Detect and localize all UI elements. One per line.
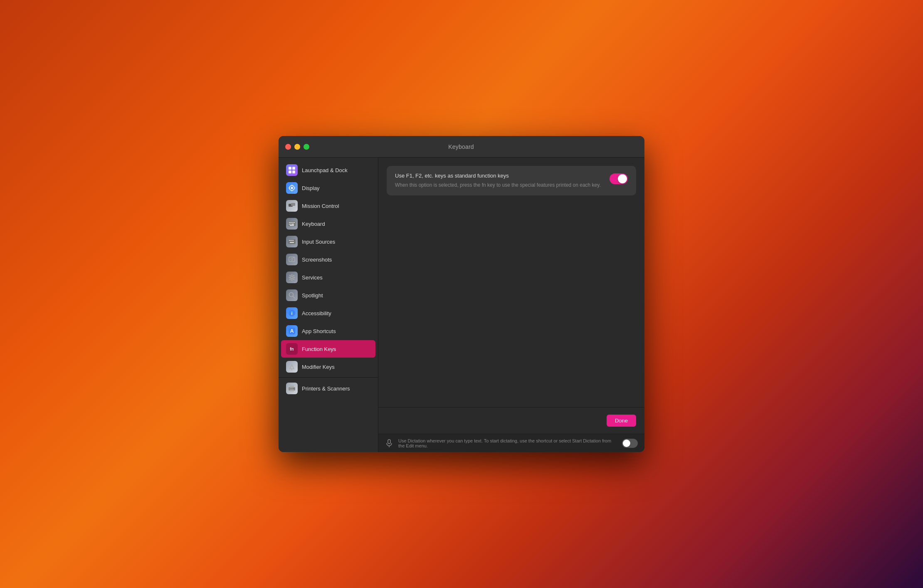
sidebar-item-keyboard[interactable]: Keyboard [281,215,375,232]
dictation-description: Use Dictation wherever you can type text… [398,438,617,448]
sidebar-item-label: Input Sources [302,239,335,245]
minimize-button[interactable] [294,144,300,150]
main-content: Use F1, F2, etc. keys as standard functi… [378,158,644,407]
svg-rect-2 [289,170,291,173]
screenshots-icon [286,254,298,265]
sidebar-item-label: Printers & Scanners [302,385,350,392]
sidebar-item-screenshots[interactable]: Screenshots [281,251,375,268]
svg-rect-1 [292,167,295,170]
sidebar-item-label: Keyboard [302,221,325,227]
launchpad-dock-icon [286,164,298,176]
toggle-knob [618,174,627,183]
sidebar-item-label: Spotlight [302,292,323,299]
accessibility-icon: i [286,307,298,319]
sidebar-item-accessibility[interactable]: i Accessibility [281,304,375,322]
svg-rect-13 [289,222,290,223]
svg-point-36 [289,275,291,276]
svg-rect-51 [294,388,294,389]
keyboard-icon [286,218,298,230]
svg-rect-18 [289,224,290,225]
sidebar-item-label: Display [302,185,320,191]
done-button[interactable]: Done [607,415,636,427]
app-shortcuts-icon: A [286,325,298,337]
input-sources-icon [286,236,298,247]
svg-rect-3 [292,170,295,173]
modifier-keys-icon [286,361,298,373]
sidebar-item-label: Screenshots [302,257,332,263]
svg-rect-23 [289,240,290,241]
sidebar-item-services[interactable]: Services [281,269,375,286]
traffic-lights [285,144,309,150]
bottom-action-bar: Done [378,407,644,434]
sidebar-item-app-shortcuts[interactable]: A App Shortcuts [281,322,375,340]
svg-rect-22 [288,239,296,244]
sidebar-item-label: Modifier Keys [302,364,335,370]
svg-rect-24 [290,240,291,241]
fn-card-title: Use F1, F2, etc. keys as standard functi… [395,173,603,179]
svg-point-35 [294,277,295,278]
svg-point-5 [291,187,293,189]
svg-rect-17 [294,222,295,223]
svg-point-34 [289,277,290,278]
mission-control-icon [286,200,298,212]
sidebar-item-spotlight[interactable]: Spotlight [281,287,375,304]
svg-rect-15 [291,222,292,223]
svg-rect-30 [293,257,294,258]
svg-line-41 [293,296,295,299]
close-button[interactable] [285,144,291,150]
maximize-button[interactable] [304,144,309,150]
window-title: Keyboard [309,143,613,150]
microphone-icon [385,439,393,447]
sidebar-bottom-section: Printers & Scanners [279,377,378,397]
svg-rect-0 [289,167,291,170]
printers-scanners-icon [286,383,298,394]
main-panel: Use F1, F2, etc. keys as standard functi… [378,158,644,452]
function-keys-toggle[interactable] [610,173,628,184]
sidebar-item-label: Launchpad & Dock [302,167,348,173]
svg-point-39 [289,279,291,280]
svg-rect-16 [293,222,294,223]
svg-point-37 [293,279,294,280]
sidebar-item-function-keys[interactable]: fn Function Keys [281,340,375,358]
svg-point-33 [291,279,293,281]
fn-card-description: When this option is selected, press the … [395,181,603,189]
dictation-bar: Use Dictation wherever you can type text… [378,434,644,452]
display-icon [286,182,298,194]
svg-rect-19 [290,224,291,225]
sidebar-item-modifier-keys[interactable]: Modifier Keys [281,358,375,376]
titlebar: Keyboard [279,136,644,158]
sidebar-item-label: Mission Control [302,203,339,209]
function-keys-toggle-container[interactable] [610,173,628,184]
sidebar-item-display[interactable]: Display [281,179,375,197]
svg-point-29 [291,258,293,260]
sidebar-item-input-sources[interactable]: Input Sources [281,233,375,250]
svg-rect-27 [290,242,294,243]
svg-rect-26 [293,240,294,241]
content-area: Launchpad & Dock Display [279,158,644,452]
svg-rect-20 [291,224,294,225]
svg-rect-11 [291,203,295,206]
svg-rect-14 [290,222,291,223]
svg-point-32 [291,274,293,276]
fn-card-text: Use F1, F2, etc. keys as standard functi… [395,173,603,189]
sidebar-item-mission-control[interactable]: Mission Control [281,197,375,215]
sidebar-item-label: Services [302,274,323,281]
function-keys-icon: fn [286,343,298,355]
svg-rect-21 [290,225,294,226]
main-window: Keyboard Launchpad & Dock [279,136,644,452]
svg-rect-49 [290,385,294,388]
sidebar-item-printers-scanners[interactable]: Printers & Scanners [281,380,375,397]
sidebar-item-launchpad-dock[interactable]: Launchpad & Dock [281,161,375,179]
svg-rect-52 [388,440,390,444]
svg-point-38 [293,275,294,276]
dictation-toggle[interactable] [622,439,638,448]
svg-point-31 [291,276,293,279]
dictation-toggle-knob [623,440,630,447]
svg-text:i: i [291,311,292,316]
svg-marker-46 [290,365,294,369]
services-icon [286,272,298,283]
function-keys-card: Use F1, F2, etc. keys as standard functi… [387,166,636,195]
sidebar: Launchpad & Dock Display [279,158,378,452]
spotlight-icon [286,289,298,301]
sidebar-item-label: App Shortcuts [302,328,336,334]
